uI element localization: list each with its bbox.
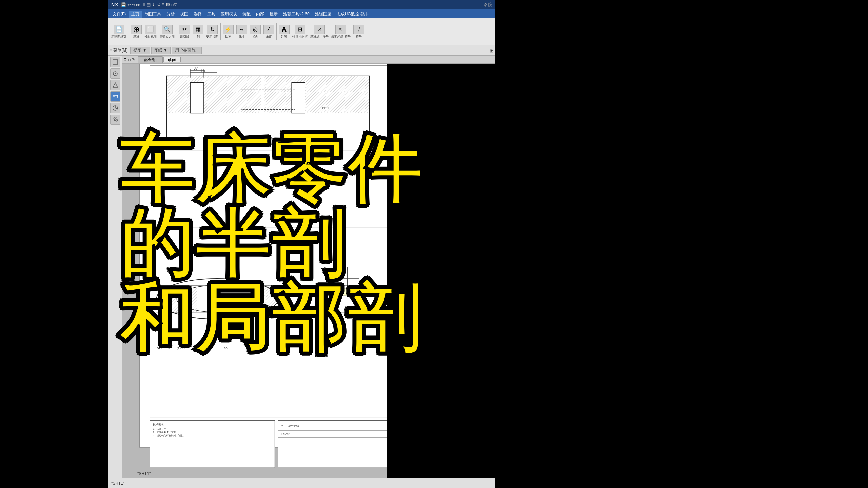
tab-view[interactable]: 视图 ▼ <box>130 47 150 54</box>
left-panel-feature[interactable] <box>110 80 120 90</box>
toolbar-projection[interactable]: ⬜ 投影视图 <box>143 24 158 40</box>
left-black-bar <box>0 0 108 488</box>
svg-text:Ø51: Ø51 <box>322 106 329 110</box>
menu-display[interactable]: 显示 <box>267 11 280 18</box>
menu-file[interactable]: 文件(F) <box>110 11 129 18</box>
menu-haoqiang-layer[interactable]: 浩强图层 <box>312 11 334 18</box>
svg-line-9 <box>115 108 117 109</box>
toolbar-sep-2 <box>177 23 177 40</box>
linear-label: 线性 <box>239 35 245 39</box>
svg-point-10 <box>114 119 116 121</box>
icon-grid: ⊞ <box>490 48 494 53</box>
status-text: "SHT1" <box>111 481 124 486</box>
toolbar-sep-3 <box>220 23 221 40</box>
note-label: 注释 <box>281 35 287 39</box>
projection-icon: ⬜ <box>145 25 156 34</box>
toolbar-radial[interactable]: ◎ 径向 <box>249 24 262 40</box>
toolbar-update-view[interactable]: ↻ 更新视图 <box>205 24 220 40</box>
menu-bar: 文件(F) 主页 制图工具 分析 视图 选择 工具 应用模块 装配 内部 显示 … <box>108 9 495 18</box>
toolbar-sep-1 <box>129 23 129 40</box>
toolbar-datum-symbol[interactable]: ⊿ 基准标注符号 <box>309 24 330 40</box>
svg-text:365°: 365° <box>156 347 163 350</box>
symbol-icon: √ <box>353 25 364 34</box>
tab-bar: ⚙ □ ✎ +配全剖.p ql.prt <box>122 56 495 64</box>
datum-symbol-label: 基准标注符号 <box>310 35 329 39</box>
status-bar: "SHT1" <box>108 478 495 488</box>
edit-icon: ✎ <box>132 57 135 62</box>
svg-text:1、未注公差: 1、未注公差 <box>153 428 166 430</box>
svg-rect-35 <box>170 285 197 312</box>
tab-drawing[interactable]: 图纸 ▼ <box>151 47 171 54</box>
page-icon: □ <box>128 58 131 62</box>
svg-text:4: 4 <box>241 293 243 296</box>
detail-view-icon: 🔍 <box>162 25 173 34</box>
svg-rect-18 <box>264 76 369 113</box>
menu-modules[interactable]: 应用模块 <box>218 11 240 18</box>
svg-text:26: 26 <box>281 293 285 296</box>
toolbar-symbol[interactable]: √ 符号 <box>352 24 366 40</box>
menu-select[interactable]: 选择 <box>191 11 204 18</box>
svg-rect-19 <box>190 83 204 113</box>
title-bar-right: 洛院 <box>484 2 492 8</box>
svg-rect-20 <box>292 83 305 113</box>
toolbar-base[interactable]: ⊕ 基准 <box>130 24 143 40</box>
menu-drawing-tools[interactable]: 制图工具 <box>142 11 164 18</box>
menu-assembly[interactable]: 装配 <box>240 11 253 18</box>
toolbar-surface-roughness[interactable]: ≈ 表面粗糙 符号 <box>330 24 352 40</box>
toolbar2: ≡ 菜单(M) 视图 ▼ 图纸 ▼ 用户界面首... ⊞ <box>108 45 495 56</box>
toolbar-new-page[interactable]: 📄 新建图纸页 <box>110 24 128 40</box>
svg-text:8.5: 8.5 <box>200 68 205 73</box>
menu-home[interactable]: 主页 <box>129 11 142 18</box>
base-icon: ⊕ <box>131 25 142 34</box>
radial-icon: ◎ <box>250 25 261 34</box>
left-panel-view[interactable] <box>110 68 120 79</box>
left-panel-history[interactable] <box>110 103 120 113</box>
surface-roughness-label: 表面粗糙 符号 <box>331 35 351 39</box>
toolbar-note[interactable]: A 注释 <box>277 24 291 40</box>
toolbar-detail-view[interactable]: 🔍 局部放大图 <box>158 24 176 40</box>
cut-line-label: 剖切线 <box>180 35 189 39</box>
svg-text:H#146>: H#146> <box>281 433 290 435</box>
menu-analysis[interactable]: 分析 <box>164 11 177 18</box>
sheet-label: "SHT1" <box>137 471 151 476</box>
svg-text:精确 x2: 精确 x2 <box>328 290 338 294</box>
toolbar-sep-4 <box>276 23 277 40</box>
svg-text:85: 85 <box>224 347 228 350</box>
menu-haoqiang-tools[interactable]: 浩强工具v2.60 <box>280 11 312 18</box>
svg-text:37: 37 <box>194 66 198 70</box>
left-panel <box>108 56 122 478</box>
menu-training[interactable]: 志成UG数控培训- <box>334 11 371 18</box>
svg-rect-5 <box>113 95 118 98</box>
menu-view[interactable]: 视图 <box>177 11 191 18</box>
toolbar-feature-control[interactable]: ⊞ 特征控制框 <box>291 24 309 40</box>
toolbar-section[interactable]: ▦ 剖 <box>191 24 205 40</box>
svg-rect-48 <box>150 421 275 468</box>
right-black-bar <box>387 0 868 488</box>
tab-user[interactable]: 用户界面首... <box>172 47 202 54</box>
menu-internal[interactable]: 内部 <box>253 11 267 18</box>
file-tab-1[interactable]: +配全剖.p <box>138 56 163 63</box>
radial-label: 径向 <box>252 35 258 39</box>
note-icon: A <box>279 25 290 34</box>
section-icon: ▦ <box>193 25 203 34</box>
toolbar-quick[interactable]: ⚡ 快速 <box>221 24 235 40</box>
menu-tools[interactable]: 工具 <box>204 11 218 18</box>
new-page-label: 新建图纸页 <box>111 35 126 39</box>
svg-point-3 <box>115 73 116 74</box>
left-panel-body[interactable] <box>110 57 120 67</box>
file-tab-2[interactable]: ql.prt <box>163 57 180 62</box>
menu-label: ≡ 菜单(M) <box>110 47 127 53</box>
svg-marker-4 <box>113 83 118 87</box>
angle-label: 角度 <box>266 35 272 39</box>
update-view-icon: ↻ <box>207 25 218 34</box>
cut-line-icon: ✂ <box>179 25 190 34</box>
toolbar-angle[interactable]: ∠ 角度 <box>262 24 276 40</box>
toolbar-cut-line[interactable]: ✂ 剖切线 <box>178 24 191 40</box>
detail-view-label: 局部放大图 <box>159 35 175 39</box>
angle-icon: ∠ <box>263 25 274 34</box>
svg-text:65379538...: 65379538... <box>288 425 301 427</box>
svg-text:(11.2): (11.2) <box>177 347 184 350</box>
left-panel-settings[interactable] <box>110 115 120 125</box>
toolbar-linear[interactable]: ↔ 线性 <box>235 24 249 40</box>
left-panel-section[interactable] <box>110 92 120 102</box>
